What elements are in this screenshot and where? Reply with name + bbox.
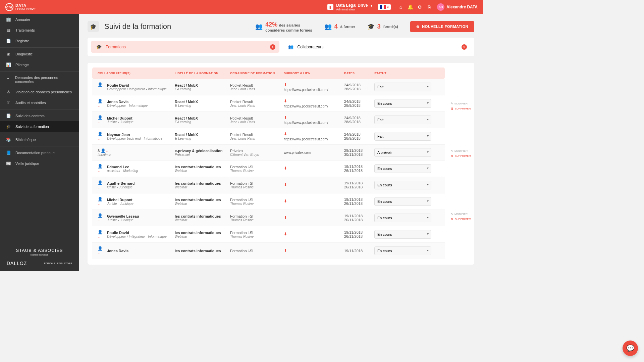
status-select[interactable]: En cours	[374, 214, 431, 222]
person-minus-icon[interactable]: 👤₋	[98, 246, 103, 256]
support-link[interactable]: https://www.pocketresult.com/	[284, 137, 328, 141]
status-select[interactable]: En cours	[374, 99, 431, 108]
sidebar-item-label: Diagnostic	[15, 52, 33, 56]
sidebar-item-icon: 📚	[6, 137, 11, 142]
course-mode: Webinar	[175, 169, 230, 173]
person-minus-icon[interactable]: 👤₋	[98, 164, 103, 173]
person-minus-icon[interactable]: 👤₋	[98, 115, 103, 125]
th-support[interactable]: SUPPORT & LIEN	[284, 72, 344, 75]
edit-button[interactable]: ✎MODIFIER	[451, 213, 471, 216]
sidebar-item-icon: ▦	[6, 28, 11, 33]
status-select[interactable]: A prévoir	[374, 148, 431, 157]
tab-collaborateurs[interactable]: 👥 Collaborateurs 9	[283, 41, 471, 53]
delete-button[interactable]: 🗑SUPPRIMER	[451, 154, 471, 157]
exit-icon[interactable]: ⎘	[424, 4, 434, 10]
person-minus-icon[interactable]: 👤₋	[101, 148, 108, 153]
sidebar-item-12[interactable]: 📰Veille juridique	[0, 158, 79, 169]
th-collaborateur[interactable]: COLLABORATEUR(S)	[98, 72, 175, 75]
status-select[interactable]: Fait	[374, 83, 431, 91]
download-icon[interactable]: ⬇	[284, 199, 344, 203]
sidebar-item-10[interactable]: 📚Bibliothèque	[0, 134, 79, 145]
sidebar-item-label: Registre	[15, 39, 29, 43]
user-name[interactable]: Alexandre DATA	[446, 5, 478, 9]
graduation-icon: 🎓	[96, 44, 102, 49]
support-link[interactable]: www.privalex.com	[284, 151, 311, 154]
org-name: Privalex	[230, 149, 284, 153]
th-statut[interactable]: STATUT	[374, 72, 431, 75]
sidebar-item-3[interactable]: ◉Diagnostic	[0, 49, 79, 59]
th-dates[interactable]: DATES	[344, 72, 374, 75]
brand-logo-icon: dld	[5, 3, 13, 11]
download-icon[interactable]: ⬇	[284, 182, 344, 187]
status-select[interactable]: Fait	[374, 132, 431, 141]
status-select[interactable]: En cours	[374, 164, 431, 173]
sidebar-item-label: Suivi de la formation	[15, 125, 49, 129]
collaborator-role: Développeur - Informatique	[107, 104, 148, 107]
sidebar-item-label: Veille juridique	[15, 162, 39, 166]
person-minus-icon[interactable]: 👤₋	[98, 99, 103, 108]
delete-button[interactable]: 🗑SUPPRIMER	[451, 107, 471, 110]
status-select[interactable]: En cours	[374, 197, 431, 206]
course-name: les contrats informatiques	[175, 165, 230, 169]
person-minus-icon[interactable]: 👤₋	[98, 213, 103, 223]
collaborator-name: Agathe Bernard	[107, 181, 135, 185]
support-link[interactable]: https://www.pocketresult.com/	[284, 88, 328, 92]
table-row: 👤₋Michel DupontJuriste - Juridiqueles co…	[92, 193, 445, 210]
sidebar-item-4[interactable]: 📊Pilotage	[0, 59, 79, 70]
status-select[interactable]: En cours	[374, 181, 431, 189]
new-formation-button[interactable]: ⊕ NOUVELLE FORMATION	[410, 21, 474, 32]
download-icon[interactable]: ⬇	[284, 248, 344, 253]
tab-formations[interactable]: 🎓 Formations 4	[91, 41, 279, 53]
sidebar-item-9[interactable]: 🎓Suivi de la formation	[0, 121, 79, 132]
support-link[interactable]: https://www.pocketresult.com/	[284, 104, 328, 108]
user-avatar[interactable]: AD	[437, 3, 444, 11]
support-link[interactable]: https://www.pocketresult.com/	[284, 121, 328, 125]
sidebar-item-6[interactable]: ⚠Violation de données personnelles	[0, 87, 79, 97]
person-minus-icon[interactable]: 👤₋	[98, 197, 103, 206]
person-minus-icon[interactable]: 👤₋	[98, 230, 103, 239]
edit-button[interactable]: ✎MODIFIER	[451, 102, 471, 105]
download-icon[interactable]: ⬇	[284, 215, 344, 220]
course-mode: E-Learning	[175, 137, 230, 140]
download-icon[interactable]: ⬇	[284, 99, 344, 103]
person-minus-icon[interactable]: 👤₋	[98, 132, 103, 141]
partner-staub: STAUB & ASSOCIÉS	[7, 248, 72, 253]
person-minus-icon[interactable]: 👤₋	[98, 180, 103, 190]
sidebar-item-1[interactable]: ▦Traitements	[0, 25, 79, 36]
table-row: 👤₋Jones Davisles contrats informatiquesF…	[92, 243, 445, 259]
download-icon[interactable]: ⬇	[284, 232, 344, 236]
language-selector[interactable]: ▾	[378, 4, 391, 10]
home-icon[interactable]: ⌂	[396, 4, 406, 10]
status-select[interactable]: Fait	[374, 116, 431, 124]
person-minus-icon[interactable]: 👤₋	[98, 82, 103, 92]
sidebar-item-2[interactable]: 📄Registre	[0, 36, 79, 46]
th-organisme[interactable]: ORGANISME DE FORMATION	[230, 72, 284, 75]
th-libelle[interactable]: LIBELLÉ DE LA FORMATION	[175, 72, 230, 75]
download-icon[interactable]: ⬇	[284, 132, 344, 136]
tab-label: Collaborateurs	[298, 45, 324, 49]
org-contact: Thomas Rosine	[230, 169, 284, 173]
sidebar-item-0[interactable]: 🏢Annuaire	[0, 14, 79, 25]
download-icon[interactable]: ⬇	[284, 82, 344, 87]
sidebar-item-label: Violation de données personnelles	[15, 90, 72, 94]
org-switcher[interactable]: Data Legal Drive ▾ Administrateur	[336, 3, 372, 11]
sidebar-item-7[interactable]: ☑Audits et contrôles	[0, 97, 79, 108]
sidebar-item-5[interactable]: ❝Demandes des personnes concernées	[0, 73, 79, 87]
delete-button[interactable]: 🗑SUPPRIMER	[451, 218, 471, 221]
date-start: 24/9/2018	[344, 116, 374, 120]
org-contact: Jean Louis Paris	[230, 137, 284, 140]
gear-icon[interactable]: ⚙	[415, 4, 424, 10]
edit-button[interactable]: ✎MODIFIER	[451, 149, 471, 152]
download-icon[interactable]: ⬇	[284, 166, 344, 171]
collaborator-name: Poulie David	[107, 83, 167, 87]
course-name: React / MobX	[175, 116, 230, 120]
status-select[interactable]: En cours	[374, 230, 431, 239]
bell-icon[interactable]: 🔔	[406, 4, 415, 10]
status-select[interactable]: En cours	[374, 246, 431, 255]
brand-logo[interactable]: dld DATA LEGAL DRIVE	[5, 3, 36, 11]
tab-badge: 9	[462, 44, 467, 50]
download-icon[interactable]: ⬇	[284, 115, 344, 120]
sidebar-item-8[interactable]: 📑Suivi des contrats	[0, 110, 79, 121]
sidebar-item-11[interactable]: 📘Documentation pratique	[0, 147, 79, 158]
org-contact: Thomas Rosine	[230, 202, 284, 206]
